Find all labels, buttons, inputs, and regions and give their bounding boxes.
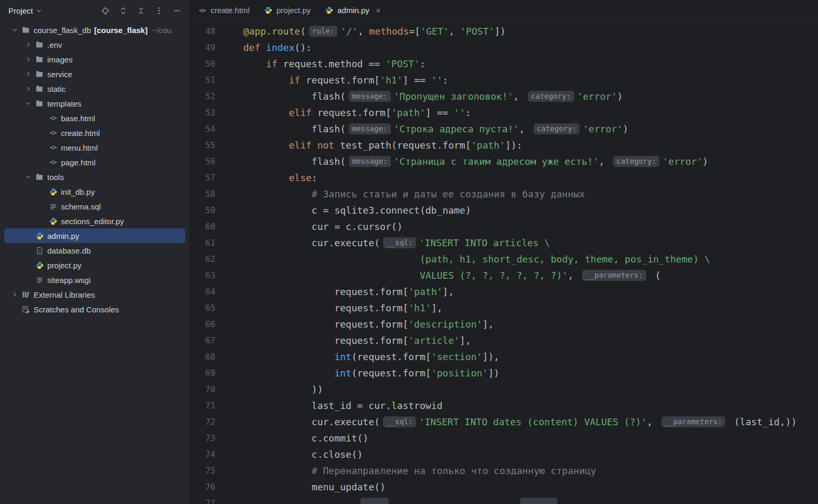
code-text[interactable]: c.close() (215, 446, 363, 463)
tab-admin-py[interactable]: admin.py (317, 0, 389, 20)
code-text[interactable]: )) (215, 381, 323, 397)
code-text[interactable]: request.form['article'], (215, 332, 471, 349)
code-text[interactable]: c = sqlite3.connect(db_name) (215, 202, 471, 218)
line-number[interactable]: 64 (191, 284, 215, 300)
close-tab-button[interactable] (375, 7, 382, 14)
code-text[interactable]: int(request.form['position']) (215, 365, 500, 381)
line-number[interactable]: 62 (191, 251, 215, 267)
code-text[interactable]: if request.form['h1'] == '': (215, 72, 448, 88)
tree-item-tools[interactable]: tools (4, 170, 185, 184)
code-text[interactable]: c.commit() (215, 430, 368, 446)
code-text[interactable]: flash(message:'Страница с таким адресом … (215, 153, 708, 170)
code-text[interactable]: request.form['h1'], (215, 300, 442, 316)
tree-chevron[interactable] (22, 56, 35, 63)
line-number[interactable]: 57 (191, 170, 215, 186)
line-number[interactable]: 56 (191, 153, 215, 170)
code-text[interactable]: last_id = cur.lastrowid (215, 397, 442, 414)
code-text[interactable]: request.form['path'], (215, 284, 454, 300)
tree-item-label: .env (47, 40, 62, 49)
hide-button[interactable] (172, 6, 181, 15)
locate-button[interactable] (100, 6, 110, 15)
tree-item-service[interactable]: service (4, 67, 185, 81)
line-number[interactable]: 67 (191, 332, 215, 349)
line-number[interactable]: 54 (191, 121, 215, 137)
line-number[interactable]: 68 (191, 349, 215, 365)
code-text[interactable]: # Перенаправление на только что созданну… (215, 463, 596, 479)
code-text[interactable]: elif request.form['path'] == '': (215, 104, 471, 121)
code-text[interactable]: menu_update() (215, 479, 386, 495)
tree-item-course-flask-db[interactable]: course_flask_db[course_flask]~/cou (4, 23, 185, 37)
line-number[interactable]: 63 (191, 267, 215, 284)
code-text[interactable]: (path, h1, short_desc, body, theme, pos_… (215, 251, 710, 267)
tree-item-external-libraries[interactable]: External Libraries (4, 287, 185, 302)
line-number[interactable]: 55 (191, 137, 215, 153)
tree-item-env[interactable]: .env (4, 37, 185, 52)
line-number[interactable]: 75 (191, 463, 215, 479)
tree-chevron[interactable] (8, 291, 21, 298)
tree-item-static[interactable]: static (4, 81, 185, 96)
tab-project-py[interactable]: project.py (256, 0, 317, 20)
line-number[interactable]: 52 (191, 88, 215, 104)
collapse-all-button[interactable] (136, 6, 146, 15)
tree-item-admin-py[interactable]: admin.py (4, 228, 185, 243)
code-text[interactable]: elif not test_path(request.form['path'])… (215, 137, 522, 153)
line-number[interactable]: 74 (191, 446, 215, 463)
line-number[interactable]: 49 (191, 39, 215, 56)
code-text[interactable]: if request.method == 'POST': (215, 56, 426, 72)
code-text[interactable]: VALUES (?, ?, ?, ?, ?, ?)', __parameters… (215, 267, 661, 284)
tree-item-scratches-and-consoles[interactable]: Scratches and Consoles (4, 302, 185, 317)
line-number[interactable]: 69 (191, 365, 215, 381)
line-number[interactable]: 76 (191, 479, 215, 495)
code-text[interactable]: request.form['description'], (215, 316, 494, 332)
tree-item-database-db[interactable]: ?database.db (4, 243, 185, 258)
line-number[interactable]: 73 (191, 430, 215, 446)
line-number[interactable]: 66 (191, 316, 215, 332)
tree-item-page-html[interactable]: <>page.html (4, 155, 185, 170)
code-text[interactable]: cur.execute(__sql:'INSERT INTO dates (co… (215, 414, 796, 430)
code-text[interactable]: flash(message:'Пропущен заголовок!', cat… (215, 88, 623, 104)
expand-all-button[interactable] (118, 6, 128, 15)
code-text[interactable] (215, 495, 561, 504)
more-options-button[interactable] (154, 6, 163, 15)
tree-chevron[interactable] (22, 41, 35, 48)
line-number[interactable]: 51 (191, 72, 215, 88)
tree-item-project-py[interactable]: project.py (4, 258, 185, 272)
code-editor[interactable]: 48@app.route(rule:'/', methods=['GET', '… (191, 21, 818, 504)
code-text[interactable]: def index(): (215, 39, 312, 56)
tree-item-base-html[interactable]: <>base.html (4, 111, 185, 125)
tree-chevron[interactable] (8, 26, 21, 34)
line-number[interactable]: 59 (191, 202, 215, 218)
line-number[interactable]: 71 (191, 397, 215, 414)
line-number[interactable]: 53 (191, 104, 215, 121)
code-text[interactable]: cur = c.cursor() (215, 218, 402, 235)
code-text[interactable]: flash(message:'Строка адреса пуста!', ca… (215, 121, 628, 137)
tree-item-create-html[interactable]: <>create.html (4, 125, 185, 140)
code-text[interactable]: else: (215, 170, 317, 186)
tree-item-init-db-py[interactable]: init_db.py (4, 184, 185, 199)
line-number[interactable]: 65 (191, 300, 215, 316)
tree-chevron[interactable] (22, 100, 35, 107)
line-number[interactable]: 60 (191, 218, 215, 235)
tree-item-templates[interactable]: templates (4, 96, 185, 111)
tree-item-siteapp-wsgi[interactable]: siteapp.wsgi (4, 272, 185, 287)
code-text[interactable]: # Запись статьи и даты ее создания в баз… (215, 186, 585, 202)
line-number[interactable]: 48 (191, 23, 215, 39)
line-number[interactable]: 70 (191, 381, 215, 397)
tree-chevron[interactable] (22, 173, 35, 181)
tree-chevron[interactable] (22, 85, 35, 92)
line-number[interactable]: 61 (191, 235, 215, 251)
tree-chevron[interactable] (22, 70, 35, 78)
tree-item-sections-editor-py[interactable]: sections_editor.py (4, 214, 185, 228)
tool-window-title-dropdown[interactable]: Project (8, 6, 43, 15)
line-number[interactable]: 50 (191, 56, 215, 72)
tree-item-images[interactable]: images (4, 52, 185, 67)
line-number[interactable]: 72 (191, 414, 215, 430)
line-number[interactable]: 58 (191, 186, 215, 202)
tree-item-schema-sql[interactable]: schema.sql (4, 199, 185, 214)
tab-create-html[interactable]: <>create.html (191, 0, 256, 20)
code-text[interactable]: @app.route(rule:'/', methods=['GET', 'PO… (215, 23, 506, 39)
code-text[interactable]: int(request.form['section']), (215, 349, 500, 365)
code-text[interactable]: cur.execute(__sql:'INSERT INTO articles … (215, 235, 550, 251)
tree-item-menu-html[interactable]: <>menu.html (4, 140, 185, 155)
line-number[interactable]: 77 (191, 495, 215, 504)
